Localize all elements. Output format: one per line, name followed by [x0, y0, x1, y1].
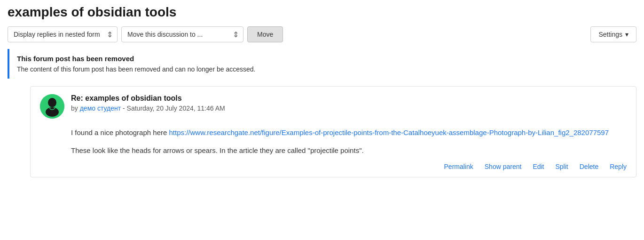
toolbar: Display replies in nested formDisplay re… — [8, 26, 636, 42]
reply-date: - Saturday, 20 July 2024, 11:46 AM — [123, 104, 225, 112]
page-title: examples of obsidian tools — [8, 5, 636, 20]
reply-intro-text: I found a nice photograph here — [71, 128, 169, 136]
notice-text: The content of this forum post has been … — [17, 65, 629, 73]
permalink-link[interactable]: Permalink — [444, 163, 473, 170]
reply-header: Re: examples of obsidian tools by демо с… — [40, 94, 627, 119]
svg-point-1 — [48, 98, 56, 107]
show-parent-link[interactable]: Show parent — [485, 163, 522, 170]
settings-chevron-icon: ▾ — [625, 31, 628, 38]
avatar-image — [40, 94, 64, 119]
reply-paragraph-2: These look like the heads for arrows or … — [71, 145, 627, 156]
reply-meta: Re: examples of obsidian tools by демо с… — [71, 94, 225, 112]
move-discussion-select-wrapper: Move this discussion to ... ⇕ — [121, 26, 243, 42]
split-link[interactable]: Split — [556, 163, 568, 170]
settings-button[interactable]: Settings ▾ — [590, 26, 636, 42]
byline-prefix: by — [71, 104, 78, 112]
reply-title: Re: examples of obsidian tools — [71, 94, 225, 103]
reply-paragraph-1: I found a nice photograph here https://w… — [71, 127, 627, 138]
notice-box: This forum post has been removed The con… — [8, 49, 636, 79]
reply-container: Re: examples of obsidian tools by демо с… — [30, 86, 636, 177]
reply-body: I found a nice photograph here https://w… — [40, 127, 627, 156]
display-replies-select[interactable]: Display replies in nested formDisplay re… — [8, 26, 118, 42]
reply-byline: by демо студент - Saturday, 20 July 2024… — [71, 104, 225, 112]
author-link[interactable]: демо студент — [80, 104, 121, 112]
move-discussion-select[interactable]: Move this discussion to ... — [121, 26, 243, 42]
toolbar-left: Display replies in nested formDisplay re… — [8, 26, 587, 42]
move-button[interactable]: Move — [247, 26, 283, 42]
delete-link[interactable]: Delete — [580, 163, 598, 170]
reply-link[interactable]: https://www.researchgate.net/figure/Exam… — [169, 128, 609, 136]
avatar — [40, 94, 64, 119]
edit-link[interactable]: Edit — [533, 163, 544, 170]
display-replies-select-wrapper: Display replies in nested formDisplay re… — [8, 26, 118, 42]
reply-actions: Permalink Show parent Edit Split Delete … — [40, 163, 627, 170]
reply-link-action[interactable]: Reply — [610, 163, 627, 170]
page-container: examples of obsidian tools Display repli… — [0, 0, 644, 182]
notice-title: This forum post has been removed — [17, 55, 629, 63]
toolbar-right: Settings ▾ — [590, 26, 636, 42]
settings-label: Settings — [598, 31, 622, 38]
svg-point-2 — [46, 107, 59, 117]
